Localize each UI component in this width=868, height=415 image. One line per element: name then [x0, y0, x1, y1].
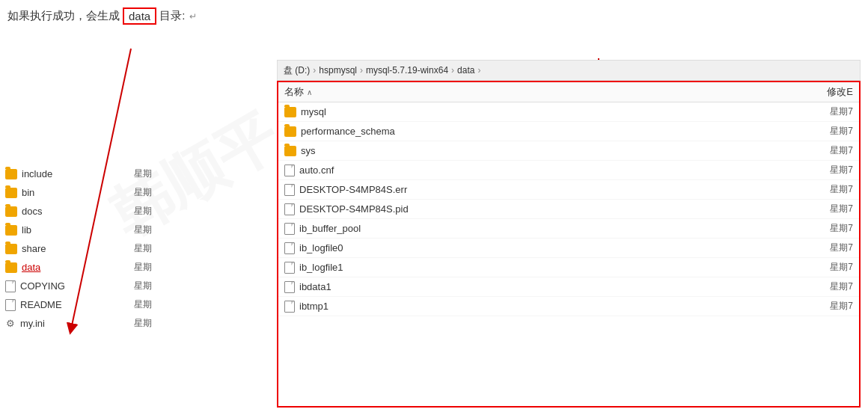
top-instruction: 如果执行成功，会生成 data 目录: ↵	[7, 7, 197, 25]
file-icon	[284, 262, 295, 274]
file-date: 星期7	[793, 203, 853, 215]
sort-arrow-icon: ∧	[307, 88, 312, 96]
left-item-date: 星期	[134, 298, 152, 311]
file-list-item[interactable]: ib_buffer_pool 星期7	[278, 219, 859, 239]
left-item-date: 星期	[134, 317, 152, 330]
left-item-name: docs	[22, 206, 42, 217]
file-name: sys	[301, 145, 789, 156]
file-name: ibdata1	[299, 281, 789, 292]
col-date-header: 修改E	[793, 85, 853, 99]
instruction-prefix: 如果执行成功，会生成	[7, 9, 120, 23]
file-name: ibtmp1	[299, 301, 789, 312]
left-file-item: docs 星期	[4, 202, 153, 221]
file-date: 星期7	[793, 242, 853, 254]
file-icon	[284, 203, 295, 215]
instruction-suffix: 目录:	[159, 9, 185, 23]
file-date: 星期7	[793, 222, 853, 235]
left-file-item: README 星期	[4, 295, 153, 314]
file-list-item[interactable]: ibtmp1 星期7	[278, 297, 859, 316]
breadcrumb-part-drive: 盘 (D:)	[284, 64, 310, 77]
left-item-date: 星期	[134, 186, 152, 199]
return-symbol: ↵	[189, 11, 197, 22]
file-icon	[5, 299, 16, 311]
left-item-name: data	[22, 262, 40, 273]
file-name: mysql	[301, 106, 789, 117]
breadcrumb-part-data: data	[457, 65, 474, 76]
file-date: 星期7	[793, 105, 853, 118]
file-list-item[interactable]: performance_schema 星期7	[278, 122, 859, 141]
file-name: ib_logfile1	[299, 262, 789, 273]
left-item-name: COPYING	[20, 280, 65, 292]
breadcrumb-part-mysql: mysql-5.7.19-winx64	[366, 65, 448, 76]
left-file-item: COPYING 星期	[4, 277, 153, 295]
folder-icon	[5, 206, 17, 217]
folder-icon	[5, 188, 17, 198]
breadcrumb-part-hspmysql: hspmysql	[319, 65, 357, 76]
left-file-item: data 星期	[4, 258, 153, 277]
page-container: 韩顺平 如果执行成功，会生成 data 目录: ↵	[0, 0, 868, 415]
left-file-item: ⚙ my.ini 星期	[4, 314, 153, 333]
left-file-item: bin 星期	[4, 183, 153, 202]
left-item-date: 星期	[134, 261, 152, 274]
file-list-item[interactable]: ibdata1 星期7	[278, 277, 859, 297]
file-name: DESKTOP-S4MP84S.err	[299, 184, 789, 195]
file-date: 星期7	[793, 183, 853, 196]
file-list-item[interactable]: ib_logfile0 星期7	[278, 239, 859, 258]
file-date: 星期7	[793, 280, 853, 293]
folder-icon	[5, 262, 17, 273]
file-icon	[284, 184, 295, 196]
left-item-name: README	[20, 299, 62, 310]
file-name: DESKTOP-S4MP84S.pid	[299, 203, 789, 215]
file-icon	[284, 281, 295, 293]
left-file-item: share 星期	[4, 239, 153, 258]
breadcrumb-bar: 盘 (D:) › hspmysql › mysql-5.7.19-winx64 …	[277, 60, 861, 81]
left-file-panel: include 星期 bin 星期 docs 星期 lib 星期 share 星…	[4, 165, 153, 333]
left-item-date: 星期	[134, 224, 152, 236]
file-list-item[interactable]: mysql 星期7	[278, 102, 859, 122]
folder-icon	[284, 126, 296, 137]
file-icon	[284, 242, 295, 254]
left-item-name: lib	[22, 224, 31, 236]
file-date: 星期7	[793, 164, 853, 176]
file-list-item[interactable]: sys 星期7	[278, 141, 859, 161]
col-name-header: 名称 ∧	[284, 85, 793, 99]
file-list-item[interactable]: DESKTOP-S4MP84S.err 星期7	[278, 180, 859, 200]
gear-icon: ⚙	[5, 319, 16, 329]
file-list-item[interactable]: ib_logfile1 星期7	[278, 258, 859, 277]
right-file-explorer: 名称 ∧ 修改E mysql 星期7 performance_schema 星期…	[277, 81, 861, 408]
file-icon	[284, 165, 295, 176]
data-keyword: data	[123, 7, 156, 25]
file-list[interactable]: mysql 星期7 performance_schema 星期7 sys 星期7…	[278, 102, 859, 399]
left-item-date: 星期	[134, 280, 152, 292]
file-name: performance_schema	[301, 126, 789, 137]
file-icon	[284, 223, 295, 235]
left-item-name: my.ini	[20, 318, 45, 329]
file-name: ib_logfile0	[299, 242, 789, 253]
left-item-name: include	[22, 168, 52, 179]
file-date: 星期7	[793, 261, 853, 274]
file-name: auto.cnf	[299, 165, 789, 176]
file-list-item[interactable]: auto.cnf 星期7	[278, 161, 859, 180]
file-date: 星期7	[793, 125, 853, 138]
file-date: 星期7	[793, 144, 853, 157]
left-item-name: bin	[22, 187, 34, 198]
file-name: ib_buffer_pool	[299, 223, 789, 234]
left-file-item: include 星期	[4, 165, 153, 183]
left-item-name: share	[22, 243, 46, 254]
left-item-date: 星期	[134, 205, 152, 218]
left-item-date: 星期	[134, 242, 152, 255]
left-item-date: 星期	[134, 167, 152, 180]
folder-icon	[284, 107, 296, 117]
left-file-item: lib 星期	[4, 221, 153, 239]
folder-icon	[284, 146, 296, 156]
file-icon	[5, 280, 16, 292]
folder-icon	[5, 169, 17, 179]
file-date: 星期7	[793, 300, 853, 313]
folder-icon	[5, 244, 17, 254]
explorer-header: 名称 ∧ 修改E	[278, 82, 859, 102]
file-list-item[interactable]: DESKTOP-S4MP84S.pid 星期7	[278, 200, 859, 219]
folder-icon	[5, 225, 17, 236]
file-icon	[284, 301, 295, 313]
